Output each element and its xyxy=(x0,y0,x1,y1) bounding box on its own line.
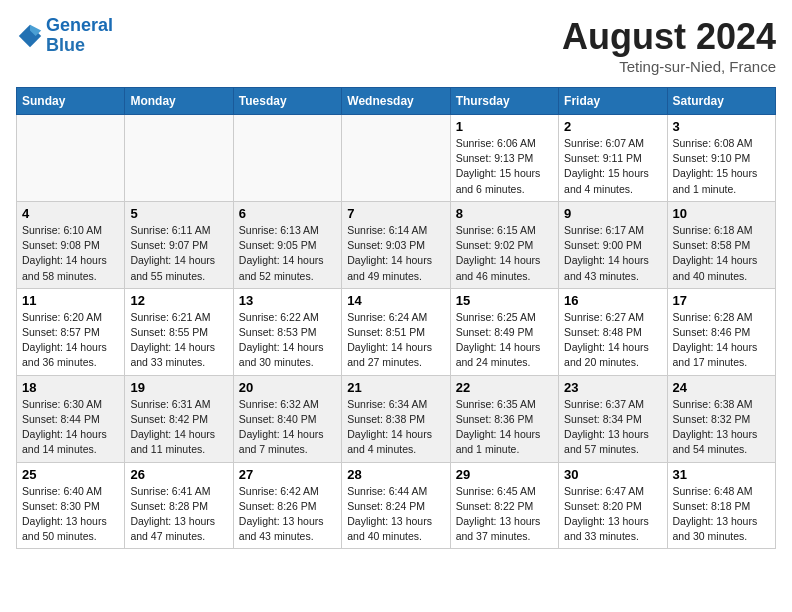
header-tuesday: Tuesday xyxy=(233,88,341,115)
calendar-cell: 25Sunrise: 6:40 AMSunset: 8:30 PMDayligh… xyxy=(17,462,125,549)
day-number: 21 xyxy=(347,380,444,395)
day-info: Sunrise: 6:34 AMSunset: 8:38 PMDaylight:… xyxy=(347,397,444,458)
logo: General Blue xyxy=(16,16,113,56)
title-area: August 2024 Teting-sur-Nied, France xyxy=(562,16,776,75)
day-number: 26 xyxy=(130,467,227,482)
day-number: 6 xyxy=(239,206,336,221)
day-info: Sunrise: 6:40 AMSunset: 8:30 PMDaylight:… xyxy=(22,484,119,545)
day-info: Sunrise: 6:32 AMSunset: 8:40 PMDaylight:… xyxy=(239,397,336,458)
calendar-cell: 17Sunrise: 6:28 AMSunset: 8:46 PMDayligh… xyxy=(667,288,775,375)
calendar-table: SundayMondayTuesdayWednesdayThursdayFrid… xyxy=(16,87,776,549)
calendar-cell: 30Sunrise: 6:47 AMSunset: 8:20 PMDayligh… xyxy=(559,462,667,549)
calendar-cell: 1Sunrise: 6:06 AMSunset: 9:13 PMDaylight… xyxy=(450,115,558,202)
calendar-cell: 23Sunrise: 6:37 AMSunset: 8:34 PMDayligh… xyxy=(559,375,667,462)
day-number: 20 xyxy=(239,380,336,395)
calendar-cell xyxy=(233,115,341,202)
day-number: 15 xyxy=(456,293,553,308)
day-number: 5 xyxy=(130,206,227,221)
day-number: 1 xyxy=(456,119,553,134)
calendar-cell xyxy=(125,115,233,202)
calendar-cell: 29Sunrise: 6:45 AMSunset: 8:22 PMDayligh… xyxy=(450,462,558,549)
calendar-cell: 8Sunrise: 6:15 AMSunset: 9:02 PMDaylight… xyxy=(450,201,558,288)
header-saturday: Saturday xyxy=(667,88,775,115)
day-info: Sunrise: 6:21 AMSunset: 8:55 PMDaylight:… xyxy=(130,310,227,371)
day-info: Sunrise: 6:35 AMSunset: 8:36 PMDaylight:… xyxy=(456,397,553,458)
day-info: Sunrise: 6:27 AMSunset: 8:48 PMDaylight:… xyxy=(564,310,661,371)
header-sunday: Sunday xyxy=(17,88,125,115)
day-info: Sunrise: 6:22 AMSunset: 8:53 PMDaylight:… xyxy=(239,310,336,371)
calendar-cell: 26Sunrise: 6:41 AMSunset: 8:28 PMDayligh… xyxy=(125,462,233,549)
day-info: Sunrise: 6:14 AMSunset: 9:03 PMDaylight:… xyxy=(347,223,444,284)
calendar-cell: 27Sunrise: 6:42 AMSunset: 8:26 PMDayligh… xyxy=(233,462,341,549)
location: Teting-sur-Nied, France xyxy=(562,58,776,75)
day-number: 3 xyxy=(673,119,770,134)
header-monday: Monday xyxy=(125,88,233,115)
day-info: Sunrise: 6:28 AMSunset: 8:46 PMDaylight:… xyxy=(673,310,770,371)
day-number: 31 xyxy=(673,467,770,482)
day-info: Sunrise: 6:38 AMSunset: 8:32 PMDaylight:… xyxy=(673,397,770,458)
calendar-cell: 21Sunrise: 6:34 AMSunset: 8:38 PMDayligh… xyxy=(342,375,450,462)
day-info: Sunrise: 6:45 AMSunset: 8:22 PMDaylight:… xyxy=(456,484,553,545)
header-row: SundayMondayTuesdayWednesdayThursdayFrid… xyxy=(17,88,776,115)
calendar-cell: 15Sunrise: 6:25 AMSunset: 8:49 PMDayligh… xyxy=(450,288,558,375)
calendar-cell: 6Sunrise: 6:13 AMSunset: 9:05 PMDaylight… xyxy=(233,201,341,288)
calendar-cell: 9Sunrise: 6:17 AMSunset: 9:00 PMDaylight… xyxy=(559,201,667,288)
logo-text: General Blue xyxy=(46,16,113,56)
day-number: 16 xyxy=(564,293,661,308)
day-number: 18 xyxy=(22,380,119,395)
calendar-week-1: 4Sunrise: 6:10 AMSunset: 9:08 PMDaylight… xyxy=(17,201,776,288)
day-number: 8 xyxy=(456,206,553,221)
page-header: General Blue August 2024 Teting-sur-Nied… xyxy=(16,16,776,75)
calendar-cell xyxy=(342,115,450,202)
day-number: 28 xyxy=(347,467,444,482)
day-number: 23 xyxy=(564,380,661,395)
day-info: Sunrise: 6:37 AMSunset: 8:34 PMDaylight:… xyxy=(564,397,661,458)
day-number: 2 xyxy=(564,119,661,134)
day-number: 14 xyxy=(347,293,444,308)
calendar-cell: 31Sunrise: 6:48 AMSunset: 8:18 PMDayligh… xyxy=(667,462,775,549)
calendar-cell: 5Sunrise: 6:11 AMSunset: 9:07 PMDaylight… xyxy=(125,201,233,288)
header-friday: Friday xyxy=(559,88,667,115)
day-number: 22 xyxy=(456,380,553,395)
day-info: Sunrise: 6:48 AMSunset: 8:18 PMDaylight:… xyxy=(673,484,770,545)
calendar-cell: 22Sunrise: 6:35 AMSunset: 8:36 PMDayligh… xyxy=(450,375,558,462)
calendar-cell: 2Sunrise: 6:07 AMSunset: 9:11 PMDaylight… xyxy=(559,115,667,202)
day-number: 24 xyxy=(673,380,770,395)
day-number: 25 xyxy=(22,467,119,482)
day-number: 12 xyxy=(130,293,227,308)
logo-icon xyxy=(16,22,44,50)
day-info: Sunrise: 6:47 AMSunset: 8:20 PMDaylight:… xyxy=(564,484,661,545)
calendar-cell: 18Sunrise: 6:30 AMSunset: 8:44 PMDayligh… xyxy=(17,375,125,462)
calendar-week-3: 18Sunrise: 6:30 AMSunset: 8:44 PMDayligh… xyxy=(17,375,776,462)
day-number: 4 xyxy=(22,206,119,221)
calendar-cell: 12Sunrise: 6:21 AMSunset: 8:55 PMDayligh… xyxy=(125,288,233,375)
day-info: Sunrise: 6:15 AMSunset: 9:02 PMDaylight:… xyxy=(456,223,553,284)
day-info: Sunrise: 6:07 AMSunset: 9:11 PMDaylight:… xyxy=(564,136,661,197)
calendar-cell: 28Sunrise: 6:44 AMSunset: 8:24 PMDayligh… xyxy=(342,462,450,549)
calendar-cell: 11Sunrise: 6:20 AMSunset: 8:57 PMDayligh… xyxy=(17,288,125,375)
calendar-week-4: 25Sunrise: 6:40 AMSunset: 8:30 PMDayligh… xyxy=(17,462,776,549)
day-info: Sunrise: 6:06 AMSunset: 9:13 PMDaylight:… xyxy=(456,136,553,197)
day-info: Sunrise: 6:42 AMSunset: 8:26 PMDaylight:… xyxy=(239,484,336,545)
header-wednesday: Wednesday xyxy=(342,88,450,115)
day-info: Sunrise: 6:11 AMSunset: 9:07 PMDaylight:… xyxy=(130,223,227,284)
calendar-week-2: 11Sunrise: 6:20 AMSunset: 8:57 PMDayligh… xyxy=(17,288,776,375)
day-info: Sunrise: 6:25 AMSunset: 8:49 PMDaylight:… xyxy=(456,310,553,371)
day-info: Sunrise: 6:24 AMSunset: 8:51 PMDaylight:… xyxy=(347,310,444,371)
calendar-week-0: 1Sunrise: 6:06 AMSunset: 9:13 PMDaylight… xyxy=(17,115,776,202)
day-number: 11 xyxy=(22,293,119,308)
day-info: Sunrise: 6:17 AMSunset: 9:00 PMDaylight:… xyxy=(564,223,661,284)
day-info: Sunrise: 6:13 AMSunset: 9:05 PMDaylight:… xyxy=(239,223,336,284)
day-number: 29 xyxy=(456,467,553,482)
calendar-cell: 4Sunrise: 6:10 AMSunset: 9:08 PMDaylight… xyxy=(17,201,125,288)
day-number: 19 xyxy=(130,380,227,395)
day-info: Sunrise: 6:41 AMSunset: 8:28 PMDaylight:… xyxy=(130,484,227,545)
header-thursday: Thursday xyxy=(450,88,558,115)
day-number: 9 xyxy=(564,206,661,221)
calendar-cell: 10Sunrise: 6:18 AMSunset: 8:58 PMDayligh… xyxy=(667,201,775,288)
calendar-cell: 3Sunrise: 6:08 AMSunset: 9:10 PMDaylight… xyxy=(667,115,775,202)
day-info: Sunrise: 6:18 AMSunset: 8:58 PMDaylight:… xyxy=(673,223,770,284)
day-info: Sunrise: 6:44 AMSunset: 8:24 PMDaylight:… xyxy=(347,484,444,545)
day-info: Sunrise: 6:10 AMSunset: 9:08 PMDaylight:… xyxy=(22,223,119,284)
day-number: 13 xyxy=(239,293,336,308)
